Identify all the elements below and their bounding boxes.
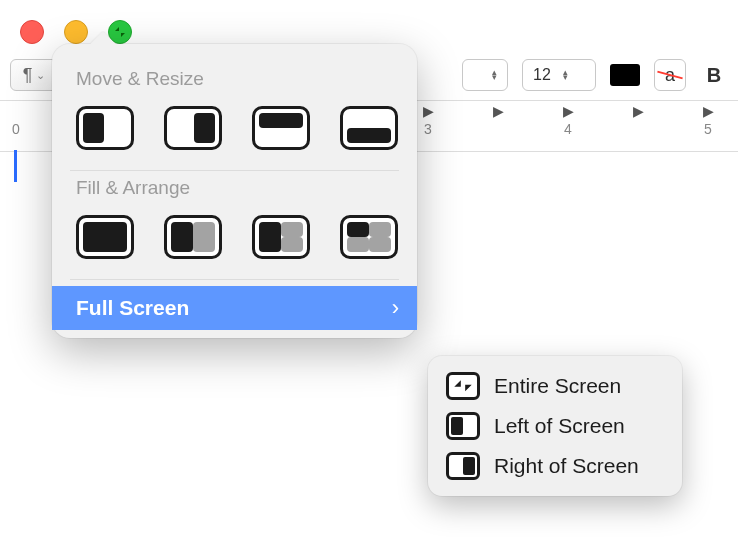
- clear-formatting-button[interactable]: a: [654, 59, 686, 91]
- tab-marker-icon[interactable]: ▶: [703, 103, 714, 119]
- chevron-right-icon: ›: [392, 295, 399, 321]
- pilcrow-icon: ¶: [23, 65, 33, 86]
- paragraph-style-dropdown[interactable]: ¶ ⌄: [10, 59, 58, 91]
- ruler-number: 0: [12, 121, 20, 137]
- entire-screen-icon: [446, 372, 480, 400]
- submenu-label: Right of Screen: [494, 454, 639, 478]
- tile-left-quarters[interactable]: [252, 215, 310, 259]
- bold-button[interactable]: B: [700, 60, 728, 90]
- submenu-left-of-screen[interactable]: Left of Screen: [428, 406, 682, 446]
- chevron-down-icon: ⌄: [36, 69, 45, 82]
- left-of-screen-icon: [446, 412, 480, 440]
- divider: [70, 170, 399, 171]
- full-screen-label: Full Screen: [76, 296, 189, 320]
- stepper-icon: ▴▾: [487, 70, 501, 80]
- tile-halves[interactable]: [164, 215, 222, 259]
- bold-label: B: [707, 64, 721, 87]
- window-close-button[interactable]: [20, 20, 44, 44]
- ruler-number: 3: [424, 121, 432, 137]
- full-screen-menu-item[interactable]: Full Screen ›: [52, 286, 417, 330]
- right-of-screen-icon: [446, 452, 480, 480]
- submenu-label: Left of Screen: [494, 414, 625, 438]
- tab-marker-icon[interactable]: ▶: [563, 103, 574, 119]
- divider: [70, 279, 399, 280]
- tab-marker-icon[interactable]: ▶: [633, 103, 644, 119]
- tab-marker-icon[interactable]: ▶: [423, 103, 434, 119]
- tile-left-half[interactable]: [76, 106, 134, 150]
- section-title-move-resize: Move & Resize: [76, 68, 417, 90]
- tile-right-half[interactable]: [164, 106, 222, 150]
- maximize-icon: [114, 26, 126, 38]
- tile-top-half[interactable]: [252, 106, 310, 150]
- tile-quarters[interactable]: [340, 215, 398, 259]
- window-tile-popover: Move & Resize Fill & Arrange Full Screen…: [52, 44, 417, 338]
- tile-bottom-half[interactable]: [340, 106, 398, 150]
- text-cursor: [14, 150, 17, 182]
- stepper-icon: ▴▾: [559, 70, 573, 80]
- tile-fill[interactable]: [76, 215, 134, 259]
- font-size-dropdown[interactable]: 12 ▴▾: [522, 59, 596, 91]
- ruler-number: 5: [704, 121, 712, 137]
- tab-marker-icon[interactable]: ▶: [493, 103, 504, 119]
- submenu-entire-screen[interactable]: Entire Screen: [428, 366, 682, 406]
- font-size-value: 12: [533, 66, 551, 84]
- full-screen-submenu: Entire Screen Left of Screen Right of Sc…: [428, 356, 682, 496]
- ruler-number: 4: [564, 121, 572, 137]
- font-family-dropdown[interactable]: ▴▾: [462, 59, 508, 91]
- text-color-swatch[interactable]: [610, 64, 640, 86]
- submenu-right-of-screen[interactable]: Right of Screen: [428, 446, 682, 486]
- submenu-label: Entire Screen: [494, 374, 621, 398]
- window-minimize-button[interactable]: [64, 20, 88, 44]
- section-title-fill-arrange: Fill & Arrange: [76, 177, 417, 199]
